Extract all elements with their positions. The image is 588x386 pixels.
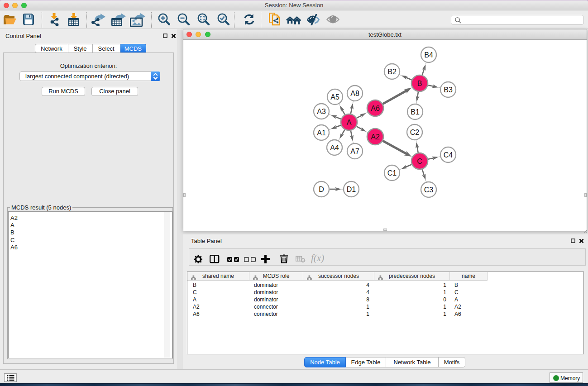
svg-text:B: B bbox=[417, 80, 422, 87]
svg-text:C4: C4 bbox=[444, 151, 453, 159]
svg-text:A3: A3 bbox=[317, 108, 326, 115]
svg-text:f(x): f(x) bbox=[311, 253, 324, 263]
svg-text:A6: A6 bbox=[371, 105, 380, 112]
svg-text:B1: B1 bbox=[411, 108, 420, 116]
svg-text:C3: C3 bbox=[424, 186, 434, 194]
svg-text:B3: B3 bbox=[444, 86, 453, 94]
svg-text:B4: B4 bbox=[424, 51, 433, 59]
svg-text:A7: A7 bbox=[350, 148, 359, 155]
svg-text:A8: A8 bbox=[350, 90, 359, 97]
svg-text:B2: B2 bbox=[387, 68, 397, 76]
svg-text:D1: D1 bbox=[347, 186, 356, 193]
svg-text:C1: C1 bbox=[387, 169, 397, 177]
svg-text:A4: A4 bbox=[330, 144, 339, 152]
svg-text:C2: C2 bbox=[410, 129, 420, 136]
svg-text:A1: A1 bbox=[317, 129, 326, 137]
svg-text:A2: A2 bbox=[371, 133, 380, 141]
svg-text:C: C bbox=[417, 157, 422, 165]
svg-text:A5: A5 bbox=[330, 93, 339, 101]
svg-text:D: D bbox=[319, 186, 324, 193]
svg-text:A: A bbox=[347, 119, 352, 126]
